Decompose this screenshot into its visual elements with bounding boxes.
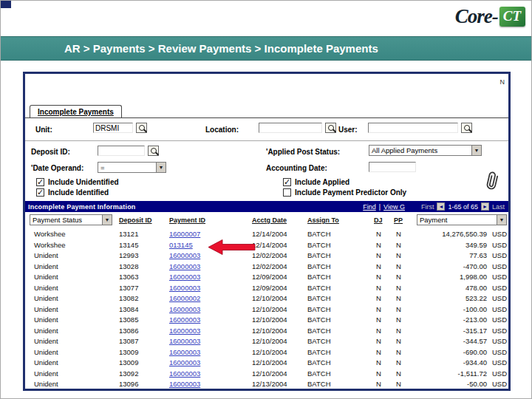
assign-to-cell: BATCH	[307, 305, 331, 313]
accounting-date-input[interactable]	[369, 162, 416, 172]
dj-cell: N	[376, 251, 381, 259]
deposit-id-cell: 13063	[119, 273, 138, 281]
nav-separator: |	[379, 203, 381, 211]
logo-text-core: Core-	[455, 5, 498, 28]
find-link[interactable]: Find	[363, 203, 376, 211]
payment-status-filter-select[interactable]: Payment Status ▼	[30, 214, 112, 225]
tab-incomplete-payments[interactable]: Incomplete Payments	[30, 105, 122, 118]
pp-cell: N	[396, 262, 401, 270]
payment-id-link[interactable]: 16000003	[169, 284, 200, 292]
column-assign-to[interactable]: Assign To	[307, 216, 339, 224]
currency-cell: USD	[492, 284, 507, 292]
last-link[interactable]: Last	[492, 203, 505, 211]
user-input[interactable]	[368, 123, 458, 133]
include-unidentified-checkbox[interactable]	[36, 178, 44, 186]
deposit-id-cell: 13009	[119, 358, 138, 366]
applied-post-status-label: 'Applied Post Status:	[266, 148, 340, 156]
column-deposit-id[interactable]: Deposit ID	[119, 216, 152, 224]
payment-id-link[interactable]: 16000003	[169, 262, 200, 270]
payment-filter-select[interactable]: Payment ▼	[417, 214, 507, 225]
location-lookup-icon[interactable]	[325, 123, 336, 133]
deposit-id-cell: 13084	[119, 305, 138, 313]
deposit-id-input[interactable]	[98, 146, 145, 156]
deposit-id-cell: 12993	[119, 251, 138, 259]
row-range: 1-65 of 65	[448, 203, 478, 211]
assign-to-cell: BATCH	[307, 241, 331, 249]
payment-id-link[interactable]: 16000003	[169, 369, 200, 378]
table-row: Unident130281600000312/02/2004BATCHNN-47…	[25, 262, 508, 273]
payment-id-link[interactable]: 16000003	[169, 316, 200, 324]
user-lookup-icon[interactable]	[461, 123, 472, 133]
deposit-id-label: Deposit ID:	[31, 148, 70, 156]
table-row: Unident130961600000312/13/2004BATCHNN-50…	[25, 379, 508, 389]
tab-divider	[25, 117, 508, 118]
amount-cell: 77.63	[408, 251, 487, 259]
deposit-id-cell: 13145	[119, 241, 138, 249]
payment-id-link[interactable]: 16000002	[169, 294, 200, 302]
currency-cell: USD	[492, 262, 507, 270]
chevron-down-icon[interactable]: ▼	[102, 215, 112, 225]
payment-id-link[interactable]: 16000003	[169, 251, 200, 259]
payment-status-cell: Unident	[34, 358, 58, 366]
payment-id-link[interactable]: 16000003	[169, 273, 200, 281]
unit-input[interactable]	[93, 123, 133, 133]
acctg-date-cell: 12/02/2004	[252, 262, 287, 270]
dj-cell: N	[376, 380, 381, 388]
payment-id-link[interactable]: 16000003	[169, 327, 200, 335]
payment-id-link[interactable]: 013145	[169, 241, 193, 249]
column-pp[interactable]: PP	[394, 216, 403, 224]
payment-id-link[interactable]: 16000003	[169, 358, 200, 366]
payment-id-link[interactable]: 16000003	[169, 380, 200, 388]
currency-cell: USD	[492, 230, 507, 238]
table-row: Unident130851600000312/10/2004BATCHNN-21…	[25, 315, 508, 326]
column-acctg-date[interactable]: Acctg Date	[252, 216, 287, 224]
deposit-id-cell: 13092	[119, 369, 138, 378]
acctg-date-cell: 12/14/2004	[252, 241, 287, 249]
payment-id-link[interactable]: 16000003	[169, 348, 200, 356]
payment-status-cell: Unident	[34, 316, 58, 324]
payment-id-link[interactable]: 16000007	[169, 230, 200, 238]
date-operand-value: =	[98, 163, 156, 172]
prev-page-icon[interactable]: ◄	[437, 202, 445, 211]
pp-cell: N	[396, 305, 401, 313]
chevron-down-icon[interactable]: ▼	[497, 215, 506, 225]
table-row: Unident130091600000312/10/2004BATCHNN-69…	[25, 347, 508, 358]
include-identified-label: Include Identified	[48, 188, 109, 197]
deposit-id-lookup-icon[interactable]	[148, 146, 159, 156]
acctg-date-cell: 12/10/2004	[252, 358, 287, 366]
currency-cell: USD	[492, 327, 507, 335]
chevron-down-icon[interactable]: ▼	[156, 163, 166, 172]
deposit-id-cell: 13087	[119, 337, 138, 345]
column-payment-id[interactable]: Payment ID	[169, 216, 205, 224]
chevron-down-icon[interactable]: ▼	[471, 146, 481, 155]
include-payment-predictor-label: Include Payment Predictor Only	[295, 188, 406, 197]
paperclip-icon[interactable]	[478, 168, 505, 194]
date-operand-select[interactable]: = ▼	[98, 162, 166, 173]
breadcrumb-banner: AR > Payments > Review Payments > Incomp…	[1, 36, 532, 61]
view-link[interactable]: View G	[383, 203, 405, 211]
dj-cell: N	[376, 305, 381, 313]
deposit-id-cell: 13077	[119, 284, 138, 292]
applied-post-status-select[interactable]: All Applied Payments ▼	[369, 145, 482, 156]
dj-cell: N	[376, 284, 381, 292]
red-annotation-arrow	[208, 239, 256, 255]
location-input[interactable]	[259, 123, 322, 133]
first-link[interactable]: First	[421, 203, 434, 211]
payment-status-cell: Unident	[34, 348, 58, 356]
section-divider	[25, 140, 508, 141]
include-payment-predictor-checkbox[interactable]	[283, 188, 291, 197]
payment-id-link[interactable]: 16000003	[169, 337, 200, 345]
table-row: Workshee1314501314512/14/2004BATCHNN349.…	[25, 240, 508, 251]
payment-id-link[interactable]: 16000003	[169, 305, 200, 313]
currency-cell: USD	[492, 251, 507, 259]
payment-status-cell: Unident	[34, 251, 58, 259]
include-identified-checkbox[interactable]	[36, 188, 44, 197]
column-dj[interactable]: DJ	[374, 216, 383, 224]
next-page-icon[interactable]: ►	[481, 202, 489, 211]
currency-cell: USD	[492, 305, 507, 313]
include-applied-checkbox[interactable]	[283, 178, 291, 186]
currency-cell: USD	[492, 337, 507, 345]
applied-post-status-value: All Applied Payments	[369, 146, 471, 155]
unit-lookup-icon[interactable]	[136, 123, 147, 133]
table-row: Unident130841600000312/10/2004BATCHNN-10…	[25, 304, 508, 316]
